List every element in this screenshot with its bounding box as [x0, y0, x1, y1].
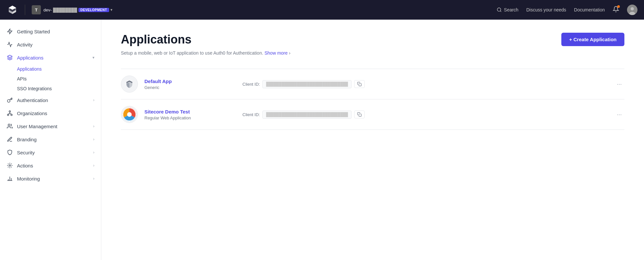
- nav-divider: [25, 5, 25, 15]
- sidebar-item-organizations[interactable]: Organizations: [0, 107, 101, 120]
- svg-line-10: [8, 113, 10, 114]
- applications-chevron-icon: ▾: [92, 55, 94, 60]
- tenant-avatar: T: [32, 5, 41, 14]
- sitecore-svg-icon: [123, 108, 136, 121]
- sidebar-item-actions[interactable]: Actions ›: [0, 159, 101, 172]
- actions-chevron-icon: ›: [93, 163, 94, 168]
- client-id-value: ████████████████████████████████: [262, 111, 351, 119]
- app-name-link[interactable]: Sitecore Demo Test: [144, 109, 190, 114]
- show-more-link[interactable]: Show more: [264, 50, 288, 56]
- table-row: Default App Generic Client ID: █████████…: [121, 69, 624, 99]
- top-navigation: T dev- ████████ DEVELOPMENT ▾ Search Dis…: [0, 0, 644, 20]
- sidebar-sub-item-applications[interactable]: Applications: [17, 64, 101, 74]
- copy-icon: [357, 82, 362, 86]
- app-info: Default App Generic: [144, 78, 236, 90]
- organizations-label: Organizations: [17, 111, 94, 116]
- user-avatar[interactable]: [627, 5, 637, 15]
- tenant-badge: DEVELOPMENT: [78, 8, 109, 12]
- security-chevron-icon: ›: [93, 150, 94, 155]
- sidebar-sub-item-sso[interactable]: SSO Integrations: [17, 84, 101, 94]
- activity-icon: [7, 41, 13, 48]
- actions-label: Actions: [17, 163, 89, 168]
- notification-dot: [617, 5, 620, 8]
- main-layout: Getting Started Activity Applications ▾ …: [0, 20, 644, 260]
- security-label: Security: [17, 150, 89, 155]
- copy-client-id-button[interactable]: [354, 111, 365, 118]
- bar-chart-icon: [7, 175, 13, 182]
- sidebar-item-activity[interactable]: Activity: [0, 38, 101, 51]
- client-id-value: ████████████████████████████████: [262, 80, 351, 88]
- app-menu-button[interactable]: ···: [614, 110, 624, 119]
- page-description: Setup a mobile, web or IoT application t…: [121, 50, 624, 56]
- notifications-bell[interactable]: [613, 6, 619, 14]
- sidebar-item-monitoring[interactable]: Monitoring ›: [0, 172, 101, 185]
- client-id-section: Client ID: █████████████████████████████…: [242, 80, 608, 88]
- app-menu-button[interactable]: ···: [614, 79, 624, 89]
- sidebar-item-user-management[interactable]: User Management ›: [0, 120, 101, 133]
- copy-client-id-button[interactable]: [354, 80, 365, 88]
- tenant-chevron-icon: ▾: [110, 8, 112, 12]
- monitoring-label: Monitoring: [17, 176, 89, 182]
- key-icon: [7, 97, 13, 103]
- branding-label: Branding: [17, 137, 89, 142]
- search-button[interactable]: Search: [497, 7, 518, 12]
- client-id-section: Client ID: █████████████████████████████…: [242, 111, 608, 119]
- tenant-info: dev- ████████ DEVELOPMENT ▾: [43, 8, 112, 12]
- branding-chevron-icon: ›: [93, 137, 94, 142]
- table-row: Sitecore Demo Test Regular Web Applicati…: [121, 99, 624, 130]
- discuss-link[interactable]: Discuss your needs: [526, 7, 566, 12]
- copy-icon: [357, 112, 362, 117]
- app-type: Regular Web Application: [144, 115, 236, 120]
- getting-started-label: Getting Started: [17, 29, 94, 34]
- sitecore-logo-icon: [123, 108, 136, 121]
- user-management-chevron-icon: ›: [93, 124, 94, 129]
- applications-label: Applications: [17, 55, 89, 61]
- svg-point-21: [127, 112, 132, 117]
- tenant-selector[interactable]: T dev- ████████ DEVELOPMENT ▾: [32, 5, 112, 14]
- svg-marker-4: [8, 29, 12, 34]
- svg-rect-22: [359, 114, 361, 116]
- search-icon: [497, 7, 502, 12]
- pen-icon: [7, 136, 13, 143]
- org-icon: [7, 110, 13, 116]
- app-name-link[interactable]: Default App: [144, 78, 172, 84]
- default-app-icon: [121, 76, 138, 93]
- sidebar-sub-item-apis[interactable]: APIs: [17, 74, 101, 84]
- svg-point-0: [497, 8, 501, 11]
- svg-rect-19: [359, 83, 361, 86]
- svg-marker-5: [8, 55, 12, 58]
- applications-submenu: Applications APIs SSO Integrations: [0, 64, 101, 94]
- nav-right: Search Discuss your needs Documentation: [497, 5, 637, 15]
- shield-logo-icon: [124, 78, 135, 90]
- app-type: Generic: [144, 85, 236, 90]
- sidebar-item-security[interactable]: Security ›: [0, 146, 101, 159]
- authentication-label: Authentication: [17, 97, 89, 103]
- sidebar-item-authentication[interactable]: Authentication ›: [0, 94, 101, 107]
- main-content: Applications + Create Application Setup …: [101, 20, 644, 260]
- client-id-label: Client ID:: [242, 112, 260, 117]
- content-header: Applications + Create Application: [121, 33, 624, 46]
- create-application-button[interactable]: + Create Application: [561, 33, 624, 46]
- sidebar-item-branding[interactable]: Branding ›: [0, 133, 101, 146]
- svg-line-11: [10, 113, 11, 114]
- avatar-icon: [627, 5, 637, 15]
- docs-link[interactable]: Documentation: [574, 7, 605, 12]
- sidebar-item-getting-started[interactable]: Getting Started: [0, 25, 101, 38]
- shield-icon: [7, 149, 13, 156]
- monitoring-chevron-icon: ›: [93, 176, 94, 181]
- sidebar: Getting Started Activity Applications ▾ …: [0, 20, 101, 260]
- authentication-chevron-icon: ›: [93, 98, 94, 102]
- sidebar-item-applications[interactable]: Applications ▾: [0, 51, 101, 64]
- svg-point-12: [8, 124, 10, 126]
- logo[interactable]: [7, 4, 18, 16]
- sitecore-app-icon: [121, 106, 138, 123]
- svg-point-6: [9, 111, 11, 113]
- app-info: Sitecore Demo Test Regular Web Applicati…: [144, 109, 236, 120]
- svg-point-7: [8, 114, 9, 116]
- client-id-label: Client ID:: [242, 82, 260, 87]
- page-title: Applications: [121, 33, 191, 46]
- activity-label: Activity: [17, 42, 94, 47]
- bolt-icon: [7, 28, 13, 35]
- svg-point-8: [11, 114, 12, 116]
- user-management-label: User Management: [17, 124, 89, 129]
